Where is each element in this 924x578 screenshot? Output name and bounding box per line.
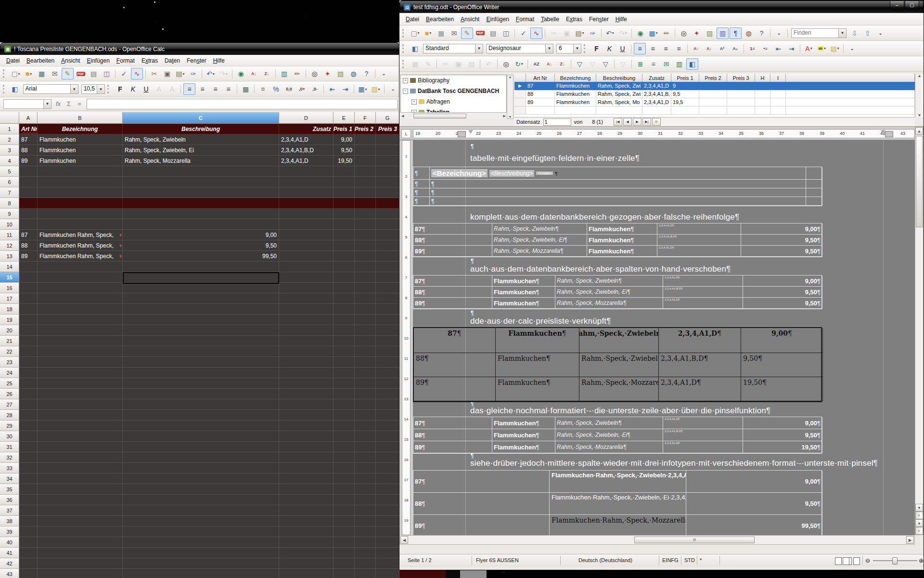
open-icon[interactable]: ■▾ — [422, 27, 434, 39]
row-header-17[interactable]: 17 — [0, 293, 19, 304]
scroll-left-icon[interactable]: ◀ — [400, 536, 408, 544]
cell-E9[interactable] — [334, 209, 355, 219]
column-header-B[interactable]: B — [38, 112, 123, 124]
grid-cell[interactable]: 9 — [671, 82, 699, 90]
chevron-down-icon[interactable]: ▼ — [838, 29, 846, 38]
cell-G34[interactable] — [376, 473, 399, 484]
cell-B35[interactable] — [38, 484, 123, 495]
row-header-29[interactable]: 29 — [0, 420, 19, 431]
table-cell[interactable]: Flammkuchen¶ — [492, 276, 555, 287]
cell-G26[interactable] — [376, 389, 399, 399]
toolbar-overflow-icon[interactable]: ⌄ — [846, 43, 858, 54]
help-icon[interactable]: ? — [756, 27, 768, 39]
table-cell[interactable]: Flammkuchen¶ — [587, 235, 657, 246]
cell-F23[interactable] — [355, 357, 376, 368]
cell-A38[interactable] — [19, 516, 38, 526]
dropdown-arrow-icon[interactable]: ▾ — [18, 72, 20, 76]
table-cell[interactable]: Flammkuchen·Rahm,·Speck,·Zwiebeln,·Ei·2,… — [550, 493, 686, 515]
cell-A19[interactable] — [19, 315, 38, 325]
cell-G19[interactable] — [376, 315, 399, 325]
cell-B32[interactable] — [38, 452, 123, 463]
menu-daten[interactable]: Daten — [161, 56, 183, 66]
cell-F16[interactable] — [355, 283, 376, 293]
row-header-16[interactable]: 16 — [0, 283, 19, 293]
cell-C21[interactable] — [123, 336, 279, 346]
table-cell[interactable]: Flammkuchen¶ — [587, 246, 657, 257]
cell-B12[interactable]: Flammkuchen Rahm, Speck, — [38, 240, 123, 251]
grid-cell[interactable] — [526, 106, 555, 115]
cut-icon[interactable]: ✂ — [148, 68, 160, 79]
cell-D22[interactable] — [279, 346, 334, 357]
menu-hilfe[interactable]: Hilfe — [612, 14, 630, 24]
status-language[interactable]: Deutsch (Deutschland) — [578, 557, 632, 563]
zoom-icon[interactable]: ◍ — [743, 27, 755, 39]
table-cell[interactable] — [806, 188, 822, 197]
row-header-9[interactable]: 9 — [0, 209, 19, 219]
sort-descending-icon[interactable]: Z↓ — [261, 68, 273, 79]
cell-B25[interactable] — [38, 378, 123, 389]
cell-B14[interactable] — [38, 262, 123, 272]
table-cell[interactable]: 9,50¶ — [743, 429, 822, 441]
cell-G8[interactable] — [376, 198, 399, 209]
table-cell[interactable]: 88¶ — [413, 493, 550, 515]
subscript-icon[interactable]: A₂ — [729, 43, 741, 54]
grow-font-icon[interactable]: A↑ — [690, 43, 702, 54]
doc-table-4[interactable]: 87¶Flammkuchen¶Rahm,·Speck,·Zwiebeln¶2,3… — [413, 327, 822, 402]
cell-B17[interactable] — [38, 293, 123, 304]
cell-D32[interactable] — [279, 452, 334, 463]
align-right-icon[interactable]: ≡ — [209, 83, 221, 95]
row-header-2[interactable]: 2 — [0, 134, 19, 145]
left-indent-marker[interactable] — [468, 130, 473, 134]
cell-D12[interactable] — [279, 240, 334, 251]
zoom-slider-thumb[interactable] — [892, 557, 898, 565]
hyperlink-icon[interactable]: ◉ — [235, 68, 247, 79]
table-cell[interactable]: 89¶ — [414, 377, 496, 401]
cell-D34[interactable] — [279, 473, 334, 484]
scroll-right-icon[interactable]: ▶ — [503, 114, 506, 118]
row-header-24[interactable]: 24 — [0, 368, 19, 378]
gallery-icon[interactable]: ▧ — [334, 68, 346, 79]
cell-G22[interactable] — [376, 346, 399, 357]
table-cell[interactable] — [806, 197, 822, 206]
cell-C43[interactable] — [123, 569, 279, 578]
font-size-value[interactable]: 6 — [557, 44, 573, 53]
cell-D4[interactable]: 2,3,4,A1,D — [279, 156, 334, 166]
toolbar-overflow-icon[interactable]: ⌄ — [378, 68, 390, 79]
cell-B11[interactable]: Flammkuchen Rahm, Speck, — [38, 230, 123, 240]
cell-G2[interactable] — [376, 134, 399, 145]
paste-icon[interactable]: ▤ — [465, 58, 477, 70]
cell-F7[interactable] — [355, 187, 376, 198]
cell-F8[interactable] — [355, 198, 376, 209]
cell-F6[interactable] — [355, 177, 376, 187]
new-document-icon[interactable]: ▢▾ — [409, 27, 421, 39]
table-cell[interactable]: 99,50¶ — [686, 515, 822, 535]
dropdown-arrow-icon[interactable]: ▾ — [365, 87, 367, 92]
autospellcheck-icon[interactable]: ∿ — [530, 27, 542, 39]
cell-D11[interactable] — [279, 230, 334, 240]
doc-table-1[interactable]: ¶<Bezeichnung><Beschreibung><Zusatz>¶¶¶¶… — [413, 167, 822, 206]
scroll-up-icon[interactable]: ▲ — [918, 74, 922, 78]
row-header-20[interactable]: 20 — [0, 325, 19, 336]
cell-C11[interactable]: 9,00 — [123, 230, 279, 240]
cell-C24[interactable] — [123, 368, 279, 378]
cell-E2[interactable]: 9,00 — [334, 134, 355, 145]
scroll-down-icon[interactable]: ▼ — [918, 113, 922, 118]
table-cell[interactable]: Rahm,·Speck,·Zwiebeln¶ — [579, 328, 659, 353]
merge-cells-icon[interactable]: ▦ — [240, 83, 252, 95]
doc-table-5[interactable]: 87¶Flammkuchen¶Rahm,·Speck,·Zwiebeln¶2,3… — [413, 417, 822, 454]
grid-cell[interactable]: Flammkuchen — [555, 90, 596, 98]
cell-E26[interactable] — [334, 389, 355, 399]
draw-functions-icon[interactable]: ✏ — [291, 68, 303, 79]
autospellcheck-icon[interactable]: ∿ — [131, 68, 143, 79]
cell-A8[interactable] — [19, 198, 38, 209]
cell-G28[interactable] — [376, 410, 399, 420]
grid-cell[interactable] — [770, 82, 786, 90]
scroll-up-icon[interactable]: ▲ — [915, 127, 923, 135]
highlighting-icon[interactable]: A — [166, 83, 178, 95]
cell-C25[interactable] — [123, 378, 279, 389]
cell-A11[interactable]: 87 — [19, 230, 38, 240]
cell-F33[interactable] — [355, 463, 376, 473]
cell-F28[interactable] — [355, 410, 376, 420]
cell-G7[interactable] — [376, 187, 399, 198]
cell-A7[interactable] — [19, 187, 38, 198]
